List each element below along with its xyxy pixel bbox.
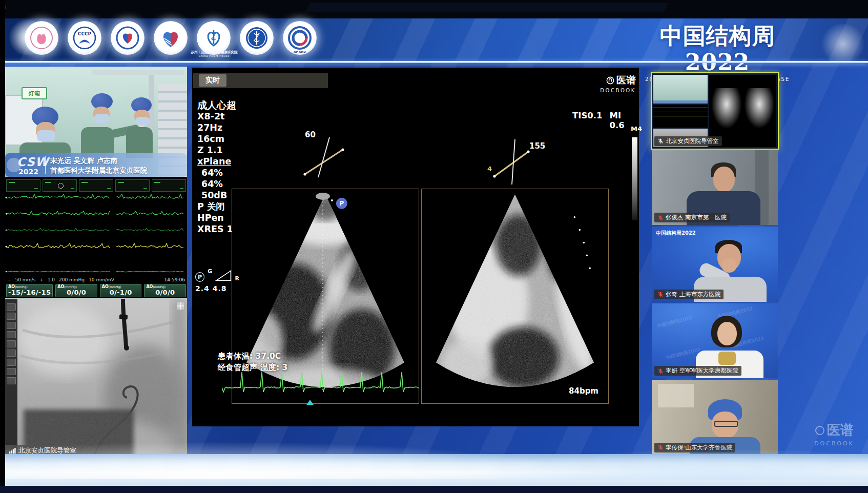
monitor-header-box (43, 179, 77, 192)
scale-value: 1.0 (48, 277, 55, 282)
speed-increase-button[interactable]: + (39, 277, 44, 282)
probe-temperature: 经食管超声 温度: 3 (218, 362, 287, 373)
watermark-ring-icon (815, 426, 824, 435)
fluoro-tool-button[interactable] (7, 368, 16, 375)
badge-divider (45, 156, 46, 174)
header-banner: CCCP (0, 18, 868, 61)
apshd-label: AP-SHD (283, 50, 317, 53)
live-button[interactable]: 实时 (199, 74, 226, 87)
footer-wave (0, 454, 868, 486)
avatar-glasses (714, 421, 738, 427)
avatar-shirt (718, 352, 736, 365)
participant-tile[interactable]: 张俊杰 南京市第一医院 (652, 150, 778, 225)
fluoro-tool-button[interactable] (7, 303, 16, 311)
org-logo-7: AP-SHD (283, 21, 317, 55)
fluoro-tool-button[interactable] (7, 377, 16, 384)
frame-rate: 27Hz (197, 122, 236, 133)
heart-rate-value: 84bpm (547, 386, 598, 396)
webinar-screen: CCCP (0, 0, 868, 493)
ceiling-truss (305, 3, 669, 12)
heart-staff-icon (201, 26, 226, 50)
logo-caption-cn: 苏州工业园区心血管健康研究院 (184, 51, 244, 54)
mic-muted-icon (657, 138, 664, 144)
fluoro-tool-button[interactable] (7, 359, 16, 366)
plane-marker-letter: P (339, 200, 344, 207)
gain-percent-2: 64% (197, 178, 236, 190)
fluoro-tool-button[interactable] (7, 340, 16, 347)
pressure-value: 0/0/0 (146, 289, 184, 296)
participant-label: 张俊杰 南京市第一医院 (654, 213, 730, 222)
ecg-trace-4 (5, 243, 183, 248)
probe-model: X8-2t (197, 111, 236, 122)
bottom-bar (0, 486, 868, 493)
operator-hospital: 首都医科大学附属北京安贞医院 (50, 166, 147, 175)
ceiling-band (0, 0, 868, 18)
fluoro-tool-button[interactable] (7, 322, 16, 329)
monitor-header-box (115, 179, 150, 192)
mic-muted-icon (657, 368, 664, 374)
participant-tile[interactable]: 中国结构周2022 中国结构周2022 中国结构周2022 中国结构周2022 … (652, 303, 778, 379)
org-logo-1 (25, 21, 58, 55)
edge-dot-markers (574, 216, 591, 269)
participant-name: 北京安贞医院导管室 (666, 137, 719, 145)
mic-muted-icon (657, 215, 664, 221)
watermark-cn: 医谱 (827, 421, 854, 439)
exam-mode: 成人心超 (197, 99, 236, 111)
left-edge-strip (0, 0, 5, 486)
monitor-header-box (152, 179, 186, 192)
heart-emblem-icon (115, 26, 140, 50)
participant-tile-cathlab[interactable]: 北京安贞医院导管室 (652, 73, 778, 149)
p-indicator: P (195, 272, 204, 282)
grayscale-bar (632, 137, 637, 220)
monitor-header-boxes (6, 179, 186, 192)
grid-icon[interactable] (177, 302, 184, 310)
watermark-en: DOCBOOK (802, 440, 866, 447)
sweep-marker-icon (306, 400, 314, 405)
org-logo-4 (154, 21, 188, 55)
operating-room-video[interactable]: 灯箱 CSW 2022 宋光远 吴文辉 卢志南 首都医科大学附属北京安贞医院 (5, 67, 187, 177)
avatar-hand (721, 258, 737, 273)
pressure-value: -15/-16/-15 (8, 289, 51, 296)
r-indicator: R (235, 275, 239, 282)
frequency-values: 2.4 4.8 (195, 284, 239, 293)
ecg-trace-2 (5, 211, 183, 215)
fluoro-toolbar (5, 299, 17, 457)
pressure-readouts: AO(mmHg) -15/-16/-15 AO(mmHg) 0/0/0 AO(m… (6, 284, 186, 297)
surgeon-mask (37, 130, 55, 141)
ecg-pressure-traces (5, 194, 187, 275)
ecg-trace-3 (5, 228, 183, 231)
fluoro-tool-button[interactable] (7, 313, 16, 320)
p-off-setting: P 关闭 (197, 201, 236, 212)
xres-setting: XRES 1 (197, 223, 236, 235)
participant-tile[interactable]: 中国结构周2022 张奇 上海市东方医院 (652, 227, 778, 302)
brand-cn: 医谱 (616, 74, 636, 87)
fluoroscopy-video[interactable]: 北京安贞医院导管室 (5, 298, 187, 457)
backdrop-title: 中国结构周2022 (656, 230, 696, 237)
banner-divider-line (0, 61, 868, 63)
docbook-mark-icon (606, 76, 614, 85)
pressure-trace-flat (5, 271, 183, 272)
gain-percent-1: 64% (197, 167, 236, 178)
org-logo-5: 苏州工业园区心血管健康研究院 China Heart House (197, 21, 231, 55)
fluoro-tool-button[interactable] (7, 350, 16, 357)
monitor-header-box (6, 179, 40, 192)
hemodynamics-monitor: − 50 mm/s + 1.0 200 mmHg 10 mm/mV 14:59:… (5, 177, 187, 298)
fluoro-tool-button[interactable] (7, 331, 16, 338)
logo-caption: 苏州工业园区心血管健康研究院 China Heart House (184, 51, 244, 58)
surgeon-mask (94, 114, 110, 123)
cccp-emblem-icon: CCCP (72, 26, 97, 50)
csw-year: 2022 (18, 168, 38, 176)
csw-caption-badge: CSW 2022 宋光远 吴文辉 卢志南 首都医科大学附属北京安贞医院 (5, 153, 187, 177)
csw-acronym: CSW (17, 155, 49, 169)
speed-decrease-button[interactable]: − (7, 277, 11, 282)
pressure-unit: (mmHg) (109, 285, 121, 289)
xplane-angle-marker-left: 60 (298, 130, 346, 179)
participant-tile[interactable]: 李传保·山东大学齐鲁医院 (652, 380, 778, 455)
pressure-label: AO (102, 284, 109, 289)
org-logo-6 (240, 21, 274, 55)
echocardiogram-panel[interactable]: 实时 医谱 DOCBOOK 成人心超 X8-2t 27Hz 16cm Z 1.1… (192, 68, 639, 426)
ceiling-rail (92, 70, 184, 75)
ao-pressure-box: AO(mmHg) 0/-1/0 (100, 284, 142, 297)
organizer-logos: CCCP (25, 21, 317, 55)
lungs-emblem-icon (29, 26, 54, 50)
